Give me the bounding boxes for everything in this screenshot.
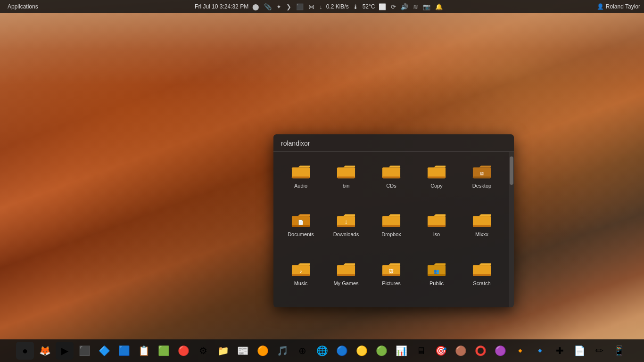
panel-right: 👤 Roland Taylor [597, 3, 640, 10]
svg-text:🖼: 🖼 [389, 269, 394, 274]
folder-label-downloads: Downloads [333, 231, 359, 237]
bluetooth-icon[interactable]: ✦ [275, 3, 282, 10]
thunderbird-icon[interactable]: 🔷 [95, 342, 113, 360]
app-icon-8[interactable]: 🟢 [372, 342, 390, 360]
app-icon-2[interactable]: 🟩 [155, 342, 173, 360]
update-icon[interactable]: ⟳ [390, 3, 397, 10]
media-icon[interactable]: ▶ [56, 342, 74, 360]
wifi-icon[interactable]: ⋈ [307, 3, 315, 10]
folder-icon-audio [289, 161, 312, 180]
folder-label-copy: Copy [430, 183, 443, 189]
app-icon-12[interactable]: 🔸 [511, 342, 529, 360]
svg-rect-9 [473, 176, 491, 178]
folder-item-public[interactable]: 👥 Public [415, 255, 458, 302]
folder-item-cds[interactable]: CDs [370, 157, 413, 204]
folder-icon-music: ♪ [289, 259, 312, 278]
firefox-icon[interactable]: 🦊 [36, 342, 54, 360]
folder-icon-dropbox [380, 210, 403, 229]
folder-item-mixxx[interactable]: Mixxx [460, 206, 504, 253]
volume-icon[interactable]: 🔊 [400, 3, 409, 10]
svg-text:🖥: 🖥 [479, 171, 484, 176]
app-icon-7[interactable]: 🟡 [353, 342, 371, 360]
folder-icon-cds [380, 161, 403, 180]
scrollbar[interactable] [509, 152, 514, 307]
scrollbar-thumb[interactable] [510, 156, 513, 185]
svg-text:👥: 👥 [434, 269, 439, 274]
folder-icon-public: 👥 [425, 259, 448, 278]
svg-rect-12 [292, 225, 310, 227]
folder-item-bin[interactable]: bin [324, 157, 368, 204]
app-icon-9[interactable]: 🟤 [452, 342, 470, 360]
folder-label-scratch: Scratch [473, 280, 490, 286]
app-icon-5[interactable]: ⊕ [293, 342, 311, 360]
terminal-icon[interactable]: ⬛ [75, 342, 93, 360]
web-icon[interactable]: 🌐 [313, 342, 331, 360]
folder-item-audio[interactable]: Audio [279, 157, 322, 204]
files-icon[interactable]: 📁 [214, 342, 232, 360]
download-icon[interactable]: ↓ [318, 3, 323, 10]
mobile-icon[interactable]: 📱 [610, 342, 628, 360]
app-icon-6[interactable]: 🔵 [333, 342, 351, 360]
network-icon[interactable]: ≋ [412, 3, 419, 10]
panel-center: Fri Jul 10 3:24:32 PM ⬤ 📎 ✦ ❯ ⬛ ⋈ ↓ 0.2 … [42, 3, 597, 10]
folder-label-cds: CDs [386, 183, 396, 189]
monitor-icon[interactable]: 🖥 [412, 342, 430, 360]
folder-item-pictures[interactable]: 🖼 Pictures [370, 255, 413, 302]
svg-rect-29 [382, 274, 400, 276]
svg-rect-7 [428, 176, 446, 178]
svg-rect-1 [292, 176, 310, 178]
app-icon-11[interactable]: 🟣 [491, 342, 509, 360]
gear-icon[interactable]: ⚙ [194, 342, 212, 360]
folder-item-my-games[interactable]: My Games [324, 255, 368, 302]
document-icon[interactable]: 📄 [570, 342, 588, 360]
svg-rect-3 [337, 176, 355, 178]
popup-content: Audio bin CDs Copy [273, 152, 514, 307]
top-panel: Applications Fri Jul 10 3:24:32 PM ⬤ 📎 ✦… [0, 0, 644, 13]
folder-item-iso[interactable]: iso [415, 206, 458, 253]
folder-item-downloads[interactable]: ↓ Downloads [324, 206, 368, 253]
folder-icon-iso [425, 210, 448, 229]
app-icon-13[interactable]: 🔹 [531, 342, 549, 360]
screenshot-icon[interactable]: 📷 [422, 3, 431, 10]
folder-item-dropbox[interactable]: Dropbox [370, 206, 413, 253]
app-icon-3[interactable]: 🔴 [174, 342, 192, 360]
folder-item-copy[interactable]: Copy [415, 157, 458, 204]
folder-icon-scratch [471, 259, 493, 278]
folder-label-music: Music [294, 280, 308, 286]
svg-rect-27 [337, 274, 355, 276]
clip-icon[interactable]: 📎 [263, 3, 272, 10]
clipboard-icon[interactable]: 📋 [135, 342, 153, 360]
folder-item-desktop[interactable]: 🖥 Desktop [460, 157, 504, 204]
app-icon-1[interactable]: 🟦 [115, 342, 133, 360]
app-icon-10[interactable]: ⭕ [471, 342, 489, 360]
display-icon[interactable]: ⬜ [378, 3, 387, 10]
add-icon[interactable]: ✚ [551, 342, 569, 360]
svg-rect-24 [292, 274, 310, 276]
folder-icon-downloads: ↓ [335, 210, 357, 229]
folder-label-desktop: Desktop [472, 183, 491, 189]
folder-label-public: Public [429, 280, 444, 286]
svg-text:↓: ↓ [345, 219, 348, 226]
folder-icon-copy [425, 161, 448, 180]
folder-item-music[interactable]: ♪ Music [279, 255, 322, 302]
app-indicator-1[interactable]: ⬤ [251, 3, 260, 10]
target-icon[interactable]: 🎯 [432, 342, 450, 360]
app-icon-4[interactable]: 🟠 [254, 342, 272, 360]
music-icon[interactable]: 🎵 [273, 342, 291, 360]
svg-rect-32 [428, 274, 446, 276]
temp-icon[interactable]: 🌡 [352, 3, 360, 10]
settings-icon[interactable]: ● [16, 342, 34, 360]
news-icon[interactable]: 📰 [234, 342, 252, 360]
applications-menu[interactable]: Applications [4, 3, 42, 10]
terminal-indicator[interactable]: ❯ [285, 3, 292, 10]
folder-label-my-games: My Games [333, 280, 358, 286]
edit-icon[interactable]: ✏ [590, 342, 608, 360]
folder-label-pictures: Pictures [382, 280, 401, 286]
user-menu[interactable]: 👤 Roland Taylor [597, 3, 640, 10]
folder-item-documents[interactable]: 📄 Documents [279, 206, 322, 253]
cpu-icon[interactable]: ⬛ [295, 3, 305, 10]
folder-icon-my-games [335, 259, 357, 278]
chart-icon[interactable]: 📊 [392, 342, 410, 360]
notification-icon[interactable]: 🔔 [434, 3, 444, 10]
folder-item-scratch[interactable]: Scratch [460, 255, 504, 302]
